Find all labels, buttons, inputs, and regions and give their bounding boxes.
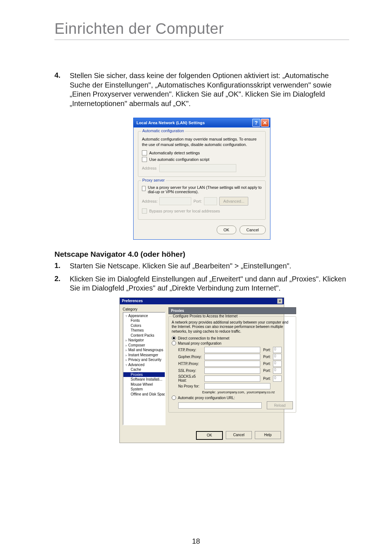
netscape-heading: Netscape Navigator 4.0 (oder höher) xyxy=(54,250,349,259)
step-number: 2. xyxy=(54,275,70,283)
radio-direct-label: Direct connection to the Internet xyxy=(178,336,229,340)
use-script-row[interactable]: Use automatic configuration script xyxy=(142,157,262,162)
ok-button[interactable]: OK xyxy=(217,226,236,234)
detect-settings-label: Automatically detect settings xyxy=(149,151,200,155)
step-text: Starten Sie Netscape. Klicken Sie auf „B… xyxy=(70,261,291,271)
socks-port-input[interactable]: 0 xyxy=(273,376,282,382)
cat-appearance[interactable]: Appearance xyxy=(123,313,165,318)
cat-im[interactable]: Instant Messenger xyxy=(123,353,165,358)
proxy-use-label: Use a proxy server for your LAN (These s… xyxy=(148,185,262,194)
category-label: Category xyxy=(123,307,166,311)
reload-button: Reload xyxy=(267,401,293,409)
checkbox-icon[interactable] xyxy=(142,157,147,162)
http-input[interactable] xyxy=(204,361,260,367)
page-title: Einrichten der Computer xyxy=(54,20,349,37)
cat-privacy[interactable]: Privacy and Security xyxy=(123,357,165,362)
radio-icon[interactable] xyxy=(172,395,176,400)
panel-title: Proxies xyxy=(168,307,296,314)
gopher-input[interactable] xyxy=(204,354,260,360)
step-text: Stellen Sie sicher, dass keine der folge… xyxy=(70,71,349,108)
checkbox-icon[interactable] xyxy=(142,186,146,191)
step-number: 4. xyxy=(54,71,70,80)
proxies-legend: Configure Proxies to Access the Internet xyxy=(172,314,238,318)
category-tree[interactable]: Appearance Fonts Colors Themes Content P… xyxy=(123,312,166,425)
cat-fonts[interactable]: Fonts xyxy=(123,318,165,323)
noproxy-input[interactable] xyxy=(204,383,270,389)
port-label: Port: xyxy=(263,362,271,366)
cat-content-packs[interactable]: Content Packs xyxy=(123,333,165,338)
cat-cache[interactable]: Cache xyxy=(123,367,165,372)
ftp-label: FTP Proxy: xyxy=(178,348,203,352)
bypass-label: Bypass proxy server for local addresses xyxy=(149,209,220,213)
lan-settings-window: Local Area Network (LAN) Settings ? ✕ Au… xyxy=(133,118,270,240)
checkbox-icon xyxy=(142,208,147,214)
page-number: 18 xyxy=(0,537,392,545)
close-button[interactable]: ✕ xyxy=(261,119,269,127)
cancel-button[interactable]: Cancel xyxy=(226,431,252,439)
radio-icon[interactable] xyxy=(172,341,176,345)
proxy-legend: Proxy server xyxy=(141,178,166,182)
cat-mail[interactable]: Mail and Newsgroups xyxy=(123,348,165,353)
pref-title-text: Preferences xyxy=(122,299,143,303)
title-divider xyxy=(54,40,349,40)
proxy-address-input xyxy=(159,197,191,205)
socks-input[interactable] xyxy=(204,376,260,382)
http-port-input[interactable]: 0 xyxy=(273,361,282,367)
address-label: Address xyxy=(142,166,156,170)
ok-button[interactable]: OK xyxy=(196,431,223,440)
cat-offline[interactable]: Offline and Disk Space xyxy=(123,392,165,397)
radio-manual[interactable]: Manual proxy configuration xyxy=(172,341,293,345)
ftp-input[interactable] xyxy=(204,347,260,353)
ftp-port-input[interactable]: 0 xyxy=(273,347,282,353)
script-address-input xyxy=(159,164,236,172)
auto-url-input[interactable] xyxy=(178,402,262,409)
step-4: 4. Stellen Sie sicher, dass keine der fo… xyxy=(54,71,349,108)
proxy-port-input xyxy=(204,197,217,205)
autoconfig-desc: Automatic configuration may override man… xyxy=(142,137,262,147)
cat-navigator[interactable]: Navigator xyxy=(123,338,165,343)
cat-composer[interactable]: Composer xyxy=(123,343,165,348)
proxies-desc: A network proxy provides additional secu… xyxy=(172,320,293,334)
help-button[interactable]: Help xyxy=(255,431,281,439)
proxy-fieldset: Proxy server Use a proxy server for your… xyxy=(138,180,266,220)
socks-label: SOCKS v5 Host: xyxy=(178,374,203,382)
cat-colors[interactable]: Colors xyxy=(123,323,165,328)
checkbox-icon[interactable] xyxy=(142,150,147,155)
cancel-button[interactable]: Cancel xyxy=(240,226,266,234)
port-label: Port: xyxy=(263,369,271,373)
radio-auto-label: Automatic proxy configuration URL: xyxy=(178,396,235,400)
use-script-label: Use automatic configuration script xyxy=(149,157,209,162)
noproxy-example: Example: .yourcompany.com, .yourcompany.… xyxy=(202,390,293,394)
detect-settings-row[interactable]: Automatically detect settings xyxy=(142,150,262,155)
advanced-button: Advanced... xyxy=(219,197,248,206)
proxies-fieldset: Configure Proxies to Access the Internet… xyxy=(168,316,296,413)
gopher-port-input[interactable]: 0 xyxy=(273,354,282,360)
lan-title-text: Local Area Network (LAN) Settings xyxy=(136,121,205,125)
autoconfig-legend: Automatic configuration xyxy=(141,129,185,133)
port-label: Port: xyxy=(263,348,271,352)
cat-mouse[interactable]: Mouse Wheel xyxy=(123,382,165,387)
preferences-window: Preferences × Category Appearance Fonts … xyxy=(119,297,284,443)
help-button[interactable]: ? xyxy=(252,119,260,127)
port-label: Port: xyxy=(263,355,271,359)
proxy-address-label: Address: xyxy=(142,199,157,203)
radio-manual-label: Manual proxy configuration xyxy=(178,341,221,345)
lan-titlebar: Local Area Network (LAN) Settings ? ✕ xyxy=(134,118,270,127)
pref-titlebar: Preferences × xyxy=(120,298,284,304)
ssl-port-input[interactable]: 0 xyxy=(273,368,282,374)
step-text: Klicken Sie im Dialogfeld Einstellungen … xyxy=(70,275,349,293)
http-label: HTTP Proxy: xyxy=(178,362,203,366)
ssl-label: SSL Proxy: xyxy=(178,369,203,373)
ssl-input[interactable] xyxy=(204,368,260,374)
cat-swinstall[interactable]: Software Installati... xyxy=(123,377,165,382)
gopher-label: Gopher Proxy: xyxy=(178,355,203,359)
radio-icon[interactable] xyxy=(172,336,176,340)
cat-proxies[interactable]: Proxies xyxy=(123,372,165,377)
cat-system[interactable]: System xyxy=(123,387,165,392)
cat-themes[interactable]: Themes xyxy=(123,328,165,333)
cat-advanced[interactable]: Advanced xyxy=(123,362,165,368)
radio-direct[interactable]: Direct connection to the Internet xyxy=(172,336,293,340)
radio-auto[interactable]: Automatic proxy configuration URL: xyxy=(172,395,293,400)
noproxy-label: No Proxy for: xyxy=(178,384,203,388)
close-button[interactable]: × xyxy=(277,299,282,304)
